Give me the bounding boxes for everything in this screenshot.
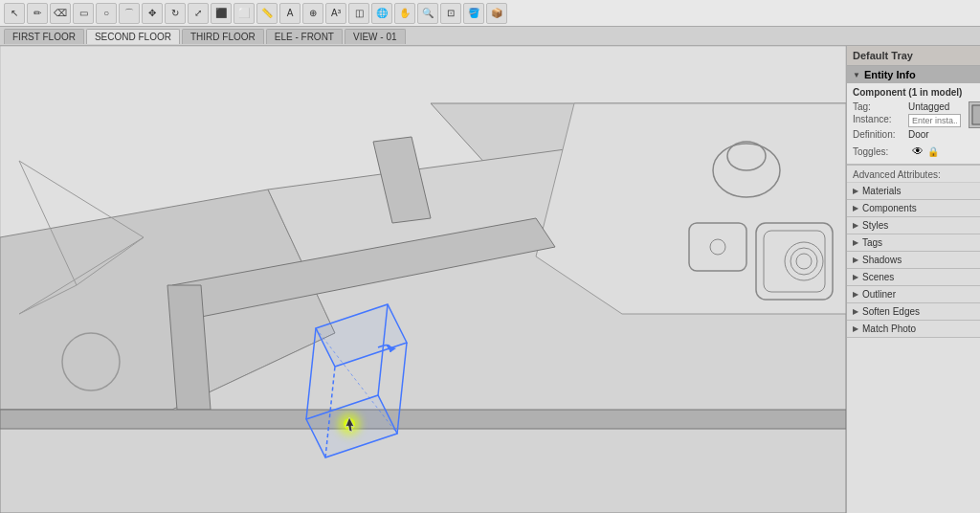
tab-view-01[interactable]: VIEW - 01 (345, 29, 406, 44)
tag-value: Untagged (908, 101, 961, 112)
entity-info-label: Entity Info (864, 69, 916, 80)
tool-arc[interactable]: ⌒ (119, 3, 140, 24)
tool-text[interactable]: A (279, 3, 301, 24)
outliner-toggle[interactable]: ▶ Outliner (847, 286, 980, 302)
materials-section: ▶ Materials (847, 183, 980, 200)
tags-arrow: ▶ (853, 238, 858, 247)
toolbar: ↖ ✏ ⌫ ▭ ○ ⌒ ✥ ↻ ⤢ ⬛ ⬜ 📏 A ⊕ A³ ◫ 🌐 ✋ 🔍 ⊡… (0, 0, 980, 27)
definition-row: Definition: Door (853, 129, 961, 140)
advanced-attributes-label: Advanced Attributes: (847, 166, 980, 183)
soften-edges-label: Soften Edges (862, 306, 920, 317)
shadows-arrow: ▶ (853, 256, 858, 264)
instance-row: Instance: (853, 114, 961, 127)
tool-pan[interactable]: ✋ (394, 3, 415, 24)
components-arrow: ▶ (853, 204, 858, 212)
tabs-bar: FIRST FLOOR SECOND FLOOR THIRD FLOOR ELE… (0, 27, 980, 46)
tool-scale[interactable]: ⤢ (188, 3, 209, 24)
app: ↖ ✏ ⌫ ▭ ○ ⌒ ✥ ↻ ⤢ ⬛ ⬜ 📏 A ⊕ A³ ◫ 🌐 ✋ 🔍 ⊡… (0, 0, 980, 513)
tool-rotate[interactable]: ↻ (165, 3, 186, 24)
tool-zoom[interactable]: 🔍 (417, 3, 438, 24)
panel-sections: ▶ Materials ▶ Components ▶ Styles (847, 183, 980, 338)
shadows-label: Shadows (862, 255, 902, 265)
tool-pencil[interactable]: ✏ (27, 3, 48, 24)
match-photo-section: ▶ Match Photo (847, 321, 980, 338)
styles-toggle[interactable]: ▶ Styles (847, 217, 980, 234)
soften-edges-section: ▶ Soften Edges (847, 303, 980, 321)
tags-label: Tags (862, 237, 882, 248)
tab-ele-front[interactable]: ELE - FRONT (266, 29, 343, 44)
svg-marker-6 (536, 103, 846, 314)
shadows-toggle[interactable]: ▶ Shadows (847, 252, 980, 268)
materials-arrow: ▶ (853, 187, 858, 195)
viewport-svg (0, 46, 846, 513)
instance-input[interactable] (908, 114, 961, 127)
definition-value: Door (908, 129, 961, 140)
tool-components[interactable]: 📦 (486, 3, 507, 24)
tags-section: ▶ Tags (847, 234, 980, 252)
components-label: Components (862, 203, 917, 213)
entity-info-arrow: ▼ (853, 71, 860, 79)
tab-first-floor[interactable]: FIRST FLOOR (4, 29, 84, 44)
materials-toggle[interactable]: ▶ Materials (847, 183, 980, 199)
scenes-toggle[interactable]: ▶ Scenes (847, 269, 980, 285)
component-thumbnail (969, 101, 980, 128)
soften-edges-arrow: ▶ (853, 307, 858, 316)
tab-third-floor[interactable]: THIRD FLOOR (182, 29, 264, 44)
tool-paint[interactable]: 🪣 (463, 3, 484, 24)
tool-circle[interactable]: ○ (96, 3, 117, 24)
outliner-section: ▶ Outliner (847, 286, 980, 303)
tool-move[interactable]: ✥ (142, 3, 163, 24)
tool-section-plane[interactable]: ◫ (348, 3, 369, 24)
tool-rectangle[interactable]: ▭ (73, 3, 94, 24)
tool-zoom-ext[interactable]: ⊡ (440, 3, 461, 24)
main-area: Default Tray ▼ Entity Info Component (1 … (0, 46, 980, 513)
tool-push-pull[interactable]: ⬛ (211, 3, 232, 24)
tool-select[interactable]: ↖ (4, 3, 25, 24)
outliner-arrow: ▶ (853, 290, 858, 299)
tag-label: Tag: (853, 101, 908, 112)
tool-offset[interactable]: ⬜ (234, 3, 255, 24)
tool-3d-text[interactable]: A³ (325, 3, 346, 24)
match-photo-arrow: ▶ (853, 324, 858, 333)
scenes-section: ▶ Scenes (847, 269, 980, 286)
svg-rect-34 (972, 105, 980, 124)
visibility-toggle[interactable]: 👁 (912, 145, 924, 158)
components-section: ▶ Components (847, 200, 980, 217)
styles-label: Styles (862, 220, 888, 231)
entity-info-content: Component (1 in model) Tag: Untagged Ins… (847, 83, 980, 165)
toggles-row: Toggles: 👁 🔒 (853, 145, 974, 158)
toggles-label: Toggles: (853, 146, 908, 157)
match-photo-label: Match Photo (862, 323, 916, 334)
entity-info-section: ▼ Entity Info Component (1 in model) Tag… (847, 66, 980, 166)
styles-arrow: ▶ (853, 221, 858, 230)
lock-toggle[interactable]: 🔒 (927, 146, 939, 157)
door-thumbnail-icon (969, 103, 980, 126)
3d-viewport[interactable] (0, 46, 846, 513)
tool-tape[interactable]: 📏 (256, 3, 278, 24)
components-toggle[interactable]: ▶ Components (847, 200, 980, 216)
definition-label: Definition: (853, 129, 908, 140)
styles-section: ▶ Styles (847, 217, 980, 234)
match-photo-toggle[interactable]: ▶ Match Photo (847, 321, 980, 337)
svg-marker-10 (0, 410, 846, 429)
scenes-arrow: ▶ (853, 273, 858, 281)
panel-tray-title: Default Tray (847, 46, 980, 66)
shadows-section: ▶ Shadows (847, 252, 980, 269)
tag-row: Tag: Untagged (853, 101, 961, 112)
outliner-label: Outliner (862, 289, 896, 300)
tool-eraser[interactable]: ⌫ (50, 3, 71, 24)
right-panel: Default Tray ▼ Entity Info Component (1 … (846, 46, 980, 513)
tool-orbit[interactable]: 🌐 (371, 3, 392, 24)
component-title: Component (1 in model) (853, 87, 974, 98)
tab-second-floor[interactable]: SECOND FLOOR (86, 29, 180, 44)
scenes-label: Scenes (862, 272, 894, 282)
entity-info-toggle[interactable]: ▼ Entity Info (847, 66, 980, 83)
soften-edges-toggle[interactable]: ▶ Soften Edges (847, 303, 980, 320)
instance-label: Instance: (853, 114, 908, 124)
tags-toggle[interactable]: ▶ Tags (847, 234, 980, 251)
tool-axes[interactable]: ⊕ (302, 3, 323, 24)
materials-label: Materials (862, 186, 902, 196)
